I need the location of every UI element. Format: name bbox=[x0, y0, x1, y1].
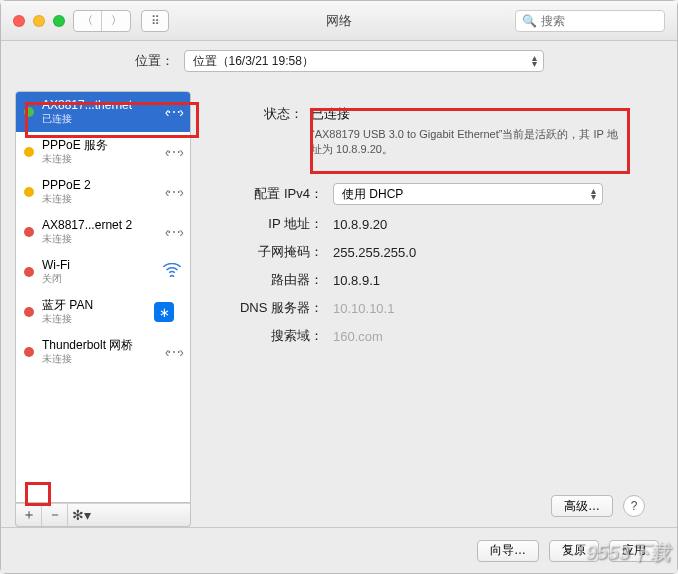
window-title: 网络 bbox=[326, 12, 352, 30]
location-select[interactable]: 位置（16/3/21 19:58） ▴▾ bbox=[184, 50, 544, 72]
item-text: Wi-Fi 关闭 bbox=[42, 258, 146, 286]
item-text: AX8817...ernet 2 未连接 bbox=[42, 218, 146, 246]
close-window-button[interactable] bbox=[13, 15, 25, 27]
minimize-window-button[interactable] bbox=[33, 15, 45, 27]
nav-back-forward-group: 〈 〉 bbox=[73, 10, 131, 32]
config-ipv4-value: 使用 DHCP bbox=[342, 186, 403, 203]
item-name: PPPoE 服务 bbox=[42, 138, 146, 152]
router-value: 10.8.9.1 bbox=[333, 273, 380, 288]
sidebar-item-ax88179-ethernet-2[interactable]: AX8817...ernet 2 未连接 ‹⋯› bbox=[16, 212, 190, 252]
ethernet-icon: ‹⋯› bbox=[154, 344, 182, 360]
advanced-button[interactable]: 高级… bbox=[551, 495, 613, 517]
sidebar-item-pppoe-2[interactable]: PPPoE 2 未连接 ‹⋯› bbox=[16, 172, 190, 212]
config-ipv4-select[interactable]: 使用 DHCP ▴▾ bbox=[333, 183, 603, 205]
ip-label: IP 地址： bbox=[203, 215, 333, 233]
forward-button[interactable]: 〉 bbox=[102, 11, 130, 31]
actions-gear-button[interactable]: ✻▾ bbox=[68, 504, 94, 526]
help-icon: ? bbox=[631, 499, 638, 513]
dns-label: DNS 服务器： bbox=[203, 299, 333, 317]
location-label: 位置： bbox=[135, 52, 174, 70]
location-row: 位置： 位置（16/3/21 19:58） ▴▾ bbox=[1, 41, 677, 81]
sidebar-item-ax88179-ethernet[interactable]: AX8817...thernet 已连接 ‹⋯› bbox=[16, 92, 190, 132]
status-description: “AX88179 USB 3.0 to Gigabit Ethernet”当前是… bbox=[311, 127, 623, 157]
sidebar-item-pppoe-service[interactable]: PPPoE 服务 未连接 ‹⋯› bbox=[16, 132, 190, 172]
sidebar-item-thunderbolt-bridge[interactable]: Thunderbolt 网桥 未连接 ‹⋯› bbox=[16, 332, 190, 372]
remove-interface-button[interactable]: － bbox=[42, 504, 68, 526]
status-dot-connected bbox=[24, 107, 34, 117]
searchdomain-label: 搜索域： bbox=[203, 327, 333, 345]
help-button[interactable]: ? bbox=[623, 495, 645, 517]
sidebar: AX8817...thernet 已连接 ‹⋯› PPPoE 服务 未连接 ‹⋯… bbox=[15, 91, 191, 527]
updown-icon: ▴▾ bbox=[591, 188, 596, 200]
item-name: Thunderbolt 网桥 bbox=[42, 338, 146, 352]
chevron-right-icon: 〉 bbox=[111, 13, 122, 28]
item-sub: 未连接 bbox=[42, 312, 146, 326]
item-sub: 未连接 bbox=[42, 352, 146, 366]
ethernet-icon: ‹⋯› bbox=[154, 224, 182, 240]
ip-value: 10.8.9.20 bbox=[333, 217, 387, 232]
searchdomain-value: 160.com bbox=[333, 329, 383, 344]
content-area: AX8817...thernet 已连接 ‹⋯› PPPoE 服务 未连接 ‹⋯… bbox=[1, 81, 677, 527]
sidebar-toolbar: ＋ － ✻▾ bbox=[15, 503, 191, 527]
network-preferences-window: 〈 〉 ⠿ 网络 🔍 位置： 位置（16/3/21 19:58） ▴▾ AX88… bbox=[0, 0, 678, 574]
status-dot bbox=[24, 267, 34, 277]
wizard-button[interactable]: 向导… bbox=[477, 540, 539, 562]
status-dot bbox=[24, 147, 34, 157]
zoom-window-button[interactable] bbox=[53, 15, 65, 27]
status-value: 已连接 bbox=[311, 105, 350, 123]
status-dot bbox=[24, 187, 34, 197]
gear-icon: ✻▾ bbox=[72, 507, 91, 523]
sidebar-item-bluetooth-pan[interactable]: 蓝牙 PAN 未连接 ∗ bbox=[16, 292, 190, 332]
item-name: AX8817...thernet bbox=[42, 98, 146, 112]
sidebar-item-wifi[interactable]: Wi-Fi 关闭 bbox=[16, 252, 190, 292]
item-sub: 未连接 bbox=[42, 232, 146, 246]
item-sub: 已连接 bbox=[42, 112, 146, 126]
updown-icon: ▴▾ bbox=[532, 55, 537, 67]
footer: 向导… 复原 应用 bbox=[1, 527, 677, 573]
item-name: Wi-Fi bbox=[42, 258, 146, 272]
config-ipv4-label: 配置 IPv4： bbox=[203, 185, 333, 203]
ethernet-icon: ‹⋯› bbox=[154, 144, 182, 160]
item-text: PPPoE 2 未连接 bbox=[42, 178, 146, 206]
status-box: 状态： 已连接 “AX88179 USB 3.0 to Gigabit Ethe… bbox=[233, 99, 633, 163]
ethernet-icon: ‹⋯› bbox=[154, 184, 182, 200]
window-controls bbox=[13, 15, 65, 27]
main-panel: 状态： 已连接 “AX88179 USB 3.0 to Gigabit Ethe… bbox=[203, 91, 663, 527]
item-text: AX8817...thernet 已连接 bbox=[42, 98, 146, 126]
watermark-text: 9553下载 bbox=[586, 539, 671, 566]
item-text: 蓝牙 PAN 未连接 bbox=[42, 298, 146, 326]
item-text: Thunderbolt 网桥 未连接 bbox=[42, 338, 146, 366]
status-dot bbox=[24, 307, 34, 317]
interface-list[interactable]: AX8817...thernet 已连接 ‹⋯› PPPoE 服务 未连接 ‹⋯… bbox=[15, 91, 191, 503]
item-sub: 未连接 bbox=[42, 152, 146, 166]
mask-label: 子网掩码： bbox=[203, 243, 333, 261]
item-sub: 未连接 bbox=[42, 192, 146, 206]
ethernet-icon: ‹⋯› bbox=[154, 104, 182, 120]
item-name: AX8817...ernet 2 bbox=[42, 218, 146, 232]
bluetooth-icon: ∗ bbox=[154, 302, 182, 322]
mask-value: 255.255.255.0 bbox=[333, 245, 416, 260]
location-value: 位置（16/3/21 19:58） bbox=[193, 53, 314, 70]
item-text: PPPoE 服务 未连接 bbox=[42, 138, 146, 166]
item-sub: 关闭 bbox=[42, 272, 146, 286]
status-label: 状态： bbox=[243, 105, 303, 123]
search-icon: 🔍 bbox=[522, 14, 537, 28]
add-interface-button[interactable]: ＋ bbox=[16, 504, 42, 526]
show-all-button[interactable]: ⠿ bbox=[141, 10, 169, 32]
wifi-icon bbox=[154, 263, 182, 281]
dns-value: 10.10.10.1 bbox=[333, 301, 394, 316]
back-button[interactable]: 〈 bbox=[74, 11, 102, 31]
advanced-row: 高级… ? bbox=[203, 495, 663, 527]
search-input[interactable] bbox=[541, 14, 651, 28]
router-label: 路由器： bbox=[203, 271, 333, 289]
titlebar: 〈 〉 ⠿ 网络 🔍 bbox=[1, 1, 677, 41]
item-name: 蓝牙 PAN bbox=[42, 298, 146, 312]
status-dot bbox=[24, 347, 34, 357]
config-rows: 配置 IPv4： 使用 DHCP ▴▾ IP 地址：10.8.9.20 子网掩码… bbox=[203, 183, 663, 355]
grid-icon: ⠿ bbox=[151, 14, 160, 28]
item-name: PPPoE 2 bbox=[42, 178, 146, 192]
search-field[interactable]: 🔍 bbox=[515, 10, 665, 32]
status-dot bbox=[24, 227, 34, 237]
chevron-left-icon: 〈 bbox=[82, 13, 93, 28]
